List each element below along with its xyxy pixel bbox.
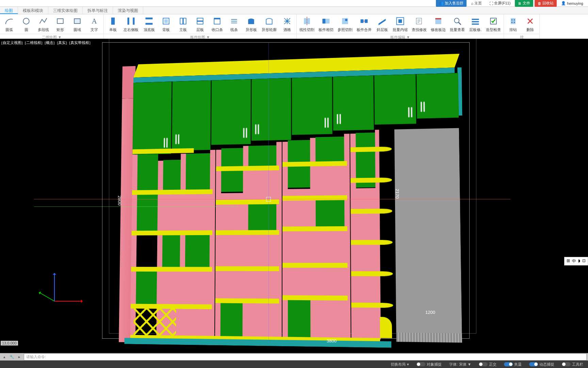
- line-icon: [229, 16, 240, 27]
- svg-rect-12: [182, 18, 184, 24]
- scene-3d: 2800 2170 3800 1200: [112, 46, 473, 352]
- ribbon-label: 文字: [91, 27, 98, 32]
- back-g-5: [356, 133, 375, 188]
- svg-rect-7: [146, 18, 153, 19]
- ribbon-polyline[interactable]: 多段线: [35, 15, 52, 33]
- ribbon-back[interactable]: 背板: [158, 15, 175, 33]
- home-button[interactable]: ⌂ 主页: [468, 0, 485, 7]
- vp-label-realwire[interactable]: [真实带线框]: [69, 41, 90, 45]
- toggle-snap[interactable]: [416, 362, 425, 366]
- ribbon-outline[interactable]: 异形轮廓: [260, 15, 279, 33]
- ribbon-bshrink[interactable]: 批量内缩: [391, 15, 410, 33]
- ribbon-label: 板件相切: [318, 27, 333, 32]
- status-font[interactable]: 字体: 宋体 ▼: [447, 362, 473, 367]
- svg-rect-6: [133, 18, 134, 25]
- join-group-button[interactable]: 👥 加入售后群: [436, 0, 467, 7]
- svg-rect-8: [146, 23, 153, 25]
- svg-rect-23: [365, 19, 368, 23]
- tab-3d[interactable]: 三维实体绘图: [48, 7, 83, 14]
- circle-icon: [21, 16, 32, 27]
- ribbon-topbot[interactable]: 顶底板: [141, 15, 158, 33]
- shelf-a2: [131, 230, 212, 235]
- ribbon-label: 批量查看: [450, 27, 465, 32]
- ribbon-group-panel: 单板左右侧板顶底板背板立板层板收口条线条异形板异形轮廓酒格 板件绘图 ▼: [104, 14, 297, 39]
- shelf-c2: [282, 195, 347, 201]
- vp-label-real[interactable]: [真实]: [57, 41, 67, 45]
- ribbon-label: 异形轮廓: [262, 27, 277, 32]
- fullscreen-button[interactable]: ⛶ 全屏(F11): [486, 0, 513, 7]
- toggle-toolbar[interactable]: [562, 362, 571, 366]
- ribbon-line[interactable]: 线条: [226, 15, 243, 33]
- status-overlap[interactable]: 夹显: [502, 362, 524, 367]
- bshrink-icon: [395, 16, 406, 27]
- strip-icon: [212, 16, 223, 27]
- ribbon-circle[interactable]: 圆: [18, 15, 35, 33]
- svg-rect-14: [197, 20, 203, 22]
- tab-draw[interactable]: 绘图: [0, 7, 18, 14]
- ribbon-bview[interactable]: 批量查看: [448, 15, 467, 33]
- cshelf-1: [350, 147, 392, 152]
- right-widget[interactable]: ⊞ 中 ◗ ⊡: [564, 257, 588, 265]
- file-button[interactable]: 🗎 文件: [515, 0, 533, 7]
- ribbon-region[interactable]: 圆域: [69, 15, 86, 33]
- widget-ime-icon[interactable]: 中: [572, 258, 576, 264]
- viewport[interactable]: [自定义视图] [二维线框] [概念] [真实] [真实带线框]: [0, 39, 588, 361]
- toggle-overlap[interactable]: [504, 362, 513, 366]
- recycle-button[interactable]: 🗑 回收站: [535, 0, 557, 7]
- widget-grid-icon[interactable]: ⊞: [567, 258, 570, 264]
- cmd-wrench-icon[interactable]: 🔧: [9, 354, 15, 360]
- widget-moon-icon[interactable]: ◗: [578, 258, 580, 264]
- svg-rect-22: [361, 19, 364, 23]
- status-toolbar[interactable]: 工具栏: [560, 362, 585, 367]
- ribbon-group-drill: 排钻删除 排: [504, 14, 540, 39]
- ribbon-find[interactable]: 查找修改: [410, 15, 429, 33]
- ribbon-srepair[interactable]: 层板修.: [467, 15, 484, 33]
- ribbon-slant[interactable]: 斜层板: [374, 15, 391, 33]
- toggle-ortho[interactable]: [479, 362, 488, 366]
- ribbon-lrside[interactable]: 左右侧板: [121, 15, 141, 33]
- ribbon-label: 立板: [179, 27, 187, 32]
- ribbon-rcut[interactable]: 参照切割: [336, 15, 355, 33]
- ribbon-arc[interactable]: 圆弧: [1, 15, 18, 33]
- vdiv-5: [310, 138, 316, 339]
- ribbon-edge[interactable]: 修改板边: [429, 15, 448, 33]
- ribbon-label: 圆域: [74, 27, 81, 32]
- ribbon-text[interactable]: A文字: [86, 15, 103, 33]
- status-dynsnap[interactable]: 动态捕捉: [527, 362, 556, 367]
- ribbon-label: 层板: [196, 27, 204, 32]
- ribbon-special[interactable]: 异形板: [243, 15, 260, 33]
- status-ortho[interactable]: 正交: [477, 362, 499, 367]
- ribbon-check[interactable]: 造型检查: [484, 15, 503, 33]
- tab-template[interactable]: 模板和模块: [18, 7, 48, 14]
- status-snap[interactable]: 对象捕捉: [414, 362, 444, 367]
- axis-z-icon: [54, 274, 55, 301]
- ribbon-drill[interactable]: 排钻: [505, 15, 522, 33]
- vp-label-wireframe[interactable]: [二维线框]: [25, 41, 42, 45]
- ribbon-label: 收口条: [212, 27, 223, 32]
- status-layout[interactable]: 切换布局 ▾: [389, 362, 411, 367]
- ribbon-rect[interactable]: 矩形: [52, 15, 69, 33]
- tab-split[interactable]: 拆单与标注: [83, 7, 113, 14]
- ribbon-shelf[interactable]: 层板: [192, 15, 209, 33]
- ribbon-wine[interactable]: 酒格: [279, 15, 296, 33]
- polyline-icon: [38, 16, 49, 27]
- ribbon-strip[interactable]: 收口条: [209, 15, 226, 33]
- toggle-dynsnap[interactable]: [529, 362, 538, 366]
- ribbon-merge[interactable]: 板件合并: [355, 15, 374, 33]
- ribbon-vert[interactable]: 立板: [175, 15, 192, 33]
- cmd-expand-icon[interactable]: ▴: [1, 354, 7, 360]
- ribbon-panel[interactable]: 单板: [104, 15, 121, 33]
- ribbon-pcut[interactable]: 板件相切: [316, 15, 336, 33]
- widget-square-icon[interactable]: ⊡: [582, 258, 586, 264]
- svg-point-0: [23, 18, 29, 24]
- user-button[interactable]: 👤 hemuying: [558, 0, 586, 6]
- command-input[interactable]: 请输入命令:: [24, 353, 587, 361]
- chevron-down-icon: ▾: [407, 362, 409, 367]
- dim-right-h: 2170: [395, 189, 400, 199]
- ribbon-del[interactable]: 删除: [522, 15, 539, 33]
- vdiv-6b: [350, 134, 357, 339]
- tab-render[interactable]: 渲染与视图: [113, 7, 143, 14]
- ribbon-lcut[interactable]: 线性切割: [297, 15, 316, 33]
- vp-label-custom[interactable]: [自定义视图]: [1, 41, 22, 45]
- vp-label-concept[interactable]: [概念]: [45, 41, 54, 45]
